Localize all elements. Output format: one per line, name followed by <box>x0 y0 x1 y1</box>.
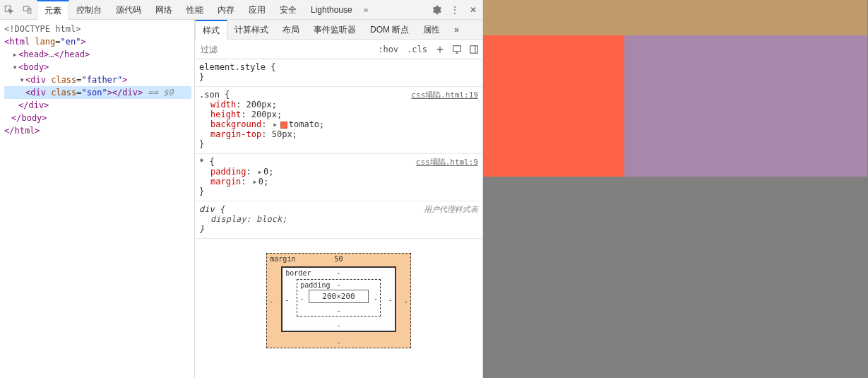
page-preview <box>483 0 868 378</box>
styles-subtabbar: 样式 计算样式 布局 事件监听器 DOM 断点 属性 » <box>195 20 482 40</box>
son-element <box>483 35 624 177</box>
rule-element-style[interactable]: element.style { } <box>195 59 482 87</box>
box-margin-right[interactable]: - <box>404 297 408 305</box>
tab-performance[interactable]: 性能 <box>179 0 210 20</box>
box-margin-left[interactable]: - <box>269 297 273 305</box>
box-model-diagram[interactable]: margin 50 - - - border - - - - padding <box>195 239 482 370</box>
dom-html-close[interactable]: </html> <box>4 124 191 137</box>
tab-elements[interactable]: 元素 <box>37 0 69 20</box>
box-border-right[interactable]: - <box>388 295 393 303</box>
box-border-left[interactable]: - <box>285 295 289 303</box>
box-padding-right[interactable]: - <box>374 294 378 302</box>
styles-filter-bar: :hov .cls <box>195 40 482 59</box>
dom-tree[interactable]: <!DOCTYPE html> <html lang="en"> ▸<head>… <box>0 20 195 378</box>
box-content-size[interactable]: 200×200 <box>309 290 368 303</box>
box-border-label: border <box>285 269 311 277</box>
new-style-rule-icon[interactable] <box>432 45 448 54</box>
dom-father-close[interactable]: </div> <box>4 99 191 112</box>
computed-styles-icon[interactable] <box>448 45 465 54</box>
rule-star[interactable]: css塌陷.html:9 * { padding: ▸0; margin: ▸0… <box>195 154 482 201</box>
rule-div-ua[interactable]: 用户代理样式表 div { display: block; } <box>195 201 482 239</box>
rule-source-link[interactable]: css塌陷.html:19 <box>411 90 478 100</box>
box-padding-label: padding <box>300 281 330 289</box>
tab-console[interactable]: 控制台 <box>69 0 109 20</box>
tab-security[interactable]: 安全 <box>273 0 304 20</box>
subtabs-overflow-icon[interactable]: » <box>447 20 466 40</box>
ua-stylesheet-label: 用户代理样式表 <box>424 204 478 215</box>
rule-son[interactable]: css塌陷.html:19 .son { width: 200px; heigh… <box>195 87 482 154</box>
box-margin-bottom[interactable]: - <box>336 338 340 346</box>
subtab-layout[interactable]: 布局 <box>275 20 307 40</box>
subtab-props[interactable]: 属性 <box>416 20 447 40</box>
tab-sources[interactable]: 源代码 <box>109 0 148 20</box>
dom-father[interactable]: ▾<div class="father"> <box>4 73 191 86</box>
tabs-overflow-icon[interactable]: » <box>359 5 373 15</box>
dom-html-open[interactable]: <html lang="en"> <box>4 35 191 48</box>
subtab-listeners[interactable]: 事件监听器 <box>307 20 363 40</box>
cls-toggle[interactable]: .cls <box>403 40 432 59</box>
inspect-icon[interactable] <box>0 0 18 20</box>
kebab-icon[interactable]: ⋮ <box>446 0 464 20</box>
svg-rect-4 <box>470 45 478 53</box>
tab-lighthouse[interactable]: Lighthouse <box>304 0 359 20</box>
main-tabbar: 元素 控制台 源代码 网络 性能 内存 应用 安全 Lighthouse » ⋮… <box>0 0 482 20</box>
dom-doctype[interactable]: <!DOCTYPE html> <box>4 23 191 35</box>
rule-source-link[interactable]: css塌陷.html:9 <box>416 157 478 167</box>
dom-body-open[interactable]: ▾<body> <box>4 61 191 73</box>
styles-panel: 样式 计算样式 布局 事件监听器 DOM 断点 属性 » :hov .cls <box>195 20 482 378</box>
box-border-top[interactable]: - <box>336 269 340 277</box>
styles-filter-input[interactable] <box>195 40 374 59</box>
box-padding-top[interactable]: - <box>336 281 340 289</box>
subtab-dombreak[interactable]: DOM 断点 <box>363 20 416 40</box>
css-rules: element.style { } css塌陷.html:19 .son { w… <box>195 59 482 370</box>
father-element-highlight <box>483 0 867 177</box>
hov-toggle[interactable]: :hov <box>374 40 403 59</box>
box-padding-left[interactable]: - <box>299 294 304 302</box>
box-border-bottom[interactable]: - <box>336 321 340 329</box>
settings-icon[interactable] <box>427 0 446 20</box>
dom-head[interactable]: ▸<head>…</head> <box>4 48 191 61</box>
tab-application[interactable]: 应用 <box>242 0 273 20</box>
box-margin-label: margin <box>270 255 295 263</box>
device-toggle-icon[interactable] <box>18 0 37 20</box>
dom-son-selected[interactable]: <div class="son"></div> == $0 <box>4 86 191 99</box>
devtools-panel: 元素 控制台 源代码 网络 性能 内存 应用 安全 Lighthouse » ⋮… <box>0 0 483 378</box>
collapsed-margin-region <box>483 0 867 35</box>
box-padding-bottom[interactable]: - <box>336 307 340 314</box>
toggle-sidebar-icon[interactable] <box>465 45 482 54</box>
close-icon[interactable]: ✕ <box>464 0 482 20</box>
subtab-computed[interactable]: 计算样式 <box>227 20 275 40</box>
dom-body-close[interactable]: </body> <box>4 112 191 124</box>
subtab-styles[interactable]: 样式 <box>195 20 227 40</box>
tab-network[interactable]: 网络 <box>148 0 179 20</box>
tab-memory[interactable]: 内存 <box>210 0 242 20</box>
box-margin-top[interactable]: 50 <box>334 255 343 263</box>
svg-rect-3 <box>453 45 461 51</box>
